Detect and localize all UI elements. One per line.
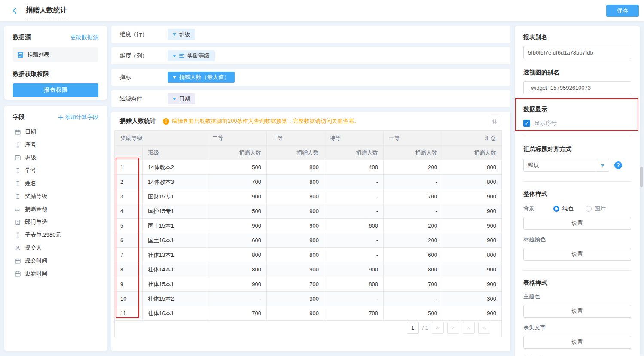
preview-warning: ! 编辑界面只取数据源前200条作为查询数据预览，完整数据请访问页面查看。 (163, 117, 360, 125)
title-color-setting-button[interactable]: 设置 (523, 248, 631, 261)
field-item[interactable]: 提交时间 (13, 254, 98, 267)
dept-field-icon (15, 219, 21, 225)
field-item[interactable]: 日期 (13, 125, 98, 138)
title-color-label: 标题颜色 (523, 236, 631, 243)
field-item[interactable]: 提交人 (13, 241, 98, 254)
table-row: 3国财15专1900800-700900 (115, 189, 502, 204)
dimension-col-tag[interactable]: 奖励等级 (168, 50, 215, 61)
dimension-row-tag[interactable]: 班级 (168, 29, 195, 40)
group-header-cell: 特等 (324, 131, 384, 146)
field-label: 提交人 (25, 244, 42, 252)
page-title: 捐赠人数统计 (24, 6, 69, 18)
table-row: 9社体15本1900700800700900 (115, 277, 502, 292)
solid-color-radio[interactable]: 纯色 (553, 205, 574, 213)
group-header-cell: 一等 (384, 131, 443, 146)
settings-panel: 报表别名 透视图的别名 数据显示 ✓ 显示序号 汇总标题对齐方式 默认 ? 整体… (515, 26, 640, 356)
datasource-name: 捐赠列表 (27, 51, 49, 58)
scrollbar-thumb[interactable] (640, 167, 643, 187)
pagination: / 1 « ‹ › » (407, 322, 490, 334)
radio-selected-icon (553, 206, 559, 212)
theme-color-setting-button[interactable]: 设置 (523, 305, 631, 318)
field-item[interactable]: 部门单选 (13, 216, 98, 228)
value-cell: 200 (384, 233, 443, 248)
field-item[interactable]: 奖励等级 (13, 190, 98, 203)
help-icon[interactable]: ? (614, 161, 622, 169)
value-cell: - (324, 248, 384, 262)
save-button[interactable]: 保存 (606, 5, 639, 17)
pivot-alias-label: 透视图的别名 (523, 69, 631, 76)
report-alias-input[interactable] (523, 46, 631, 59)
next-page-button[interactable]: › (463, 322, 475, 334)
value-cell: 800 (207, 262, 267, 277)
datasource-title: 数据源 (13, 33, 31, 41)
field-item[interactable]: 班级 (13, 151, 98, 164)
sub-header-cell: 捐赠人数 (267, 146, 324, 160)
image-radio[interactable]: 图片 (586, 205, 606, 213)
field-label: 姓名 (25, 180, 36, 187)
change-datasource-link[interactable]: 更改数据源 (70, 33, 98, 41)
solid-color-label: 纯色 (562, 205, 574, 213)
background-setting-button[interactable]: 设置 (523, 217, 631, 230)
calendar-field-icon (15, 271, 21, 277)
value-cell: 600 (207, 233, 267, 248)
field-item[interactable]: 姓名 (13, 177, 98, 190)
report-alias-label: 报表别名 (523, 33, 631, 41)
metric-tag[interactable]: 捐赠人数（最大值） (168, 72, 235, 83)
field-item[interactable]: 学号 (13, 164, 98, 177)
value-cell: 400 (324, 160, 384, 175)
add-calc-field-link[interactable]: 添加计算字段 (58, 113, 98, 121)
value-cell: 900 (443, 262, 502, 277)
divider (523, 270, 631, 271)
last-page-button[interactable]: » (478, 322, 490, 334)
table-row: 11社体16本1700900700500900 (115, 306, 502, 321)
sub-header-cell (115, 146, 143, 160)
datasource-item[interactable]: 捐赠列表 (13, 47, 98, 62)
header-text-label: 表头文字 (523, 324, 631, 332)
dimension-row-setting: 维度（行） 班级 (111, 26, 510, 43)
filter-tag[interactable]: 日期 (168, 93, 195, 104)
value-cell: 900 (443, 189, 502, 204)
value-cell: 300 (443, 292, 502, 306)
field-item[interactable]: 123捐赠金额 (13, 203, 98, 216)
divider (523, 181, 631, 182)
class-cell: 国财15专1 (143, 189, 207, 204)
class-cell: 14体教本2 (143, 160, 207, 175)
sort-toggle-icon[interactable] (489, 116, 500, 127)
value-cell: 800 (267, 175, 324, 189)
summary-align-select[interactable]: 默认 (523, 159, 609, 172)
value-cell: - (324, 292, 384, 306)
value-cell: 900 (443, 233, 502, 248)
value-cell: 900 (324, 262, 384, 277)
value-cell: - (384, 175, 443, 189)
text-field-icon (15, 142, 21, 148)
report-permission-button[interactable]: 报表权限 (13, 83, 98, 97)
field-item[interactable]: 子表单.2980元 (13, 228, 98, 241)
chevron-down-icon (173, 98, 176, 100)
seq-cell: 2 (115, 175, 143, 189)
checkbox-checked-icon[interactable]: ✓ (523, 120, 530, 127)
pivot-alias-input[interactable] (523, 81, 631, 94)
field-item[interactable]: 更新时间 (13, 267, 98, 280)
value-cell: 800 (443, 248, 502, 262)
first-page-button[interactable]: « (432, 322, 444, 334)
value-cell: 800 (267, 160, 324, 175)
show-seq-checkbox-row[interactable]: ✓ 显示序号 (523, 119, 631, 127)
class-cell: 社体14本1 (143, 262, 207, 277)
field-label: 奖励等级 (25, 192, 47, 200)
field-item[interactable]: 序号 (13, 138, 98, 151)
calendar-field-icon (15, 258, 21, 264)
value-cell: 800 (207, 248, 267, 262)
divider (523, 137, 631, 137)
value-cell: 900 (443, 219, 502, 233)
fields-title: 字段 (13, 113, 25, 121)
field-label: 序号 (25, 141, 36, 149)
top-bar: 捐赠人数统计 保存 (0, 0, 644, 21)
prev-page-button[interactable]: ‹ (447, 322, 459, 334)
data-display-label: 数据显示 (523, 106, 631, 113)
sub-header-cell: 捐赠人数 (443, 146, 502, 160)
back-icon[interactable] (11, 7, 19, 15)
page-input[interactable] (407, 322, 419, 334)
select-field-icon (15, 155, 21, 161)
table-row: 8社体14本1800900900800900 (115, 262, 502, 277)
header-text-setting-button[interactable]: 设置 (523, 336, 631, 349)
